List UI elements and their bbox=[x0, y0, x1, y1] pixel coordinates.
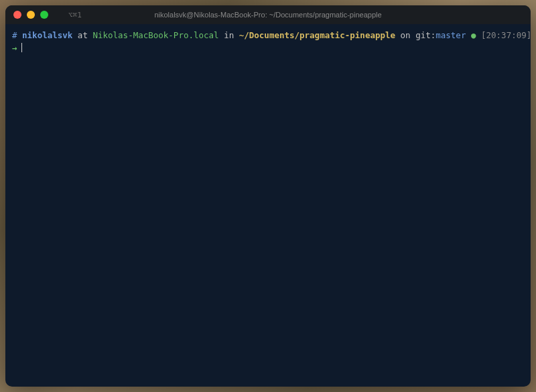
git-branch: master bbox=[436, 30, 466, 40]
prompt-hash: # bbox=[12, 30, 17, 40]
close-icon[interactable] bbox=[13, 11, 21, 19]
shortcut-label: ⌥⌘1 bbox=[68, 11, 82, 19]
title-bar: ⌥⌘1 nikolalsvk@Nikolas-MacBook-Pro: ~/Do… bbox=[5, 5, 531, 24]
terminal-body[interactable]: # nikolalsvk at Nikolas-MacBook-Pro.loca… bbox=[5, 24, 531, 59]
prompt-line: # nikolalsvk at Nikolas-MacBook-Pro.loca… bbox=[12, 29, 524, 42]
terminal-window: ⌥⌘1 nikolalsvk@Nikolas-MacBook-Pro: ~/Do… bbox=[5, 5, 531, 387]
window-title: nikolalsvk@Nikolas-MacBook-Pro: ~/Docume… bbox=[154, 11, 381, 19]
git-status-dot-icon: ● bbox=[471, 30, 476, 40]
prompt-username: nikolalsvk bbox=[22, 30, 72, 40]
git-label: git: bbox=[415, 30, 436, 40]
prompt-timestamp: [20:37:09] bbox=[481, 30, 531, 40]
input-line[interactable]: → bbox=[12, 42, 524, 54]
prompt-in: in bbox=[224, 30, 234, 40]
prompt-path: ~/Documents/pragmatic-pineapple bbox=[239, 30, 395, 40]
cursor-icon bbox=[21, 43, 22, 52]
prompt-hostname: Nikolas-MacBook-Pro.local bbox=[92, 30, 218, 40]
prompt-arrow-icon: → bbox=[12, 42, 17, 54]
maximize-icon[interactable] bbox=[40, 11, 48, 19]
prompt-on: on bbox=[401, 30, 411, 40]
minimize-icon[interactable] bbox=[27, 11, 35, 19]
prompt-at: at bbox=[78, 30, 88, 40]
traffic-lights bbox=[13, 11, 48, 19]
